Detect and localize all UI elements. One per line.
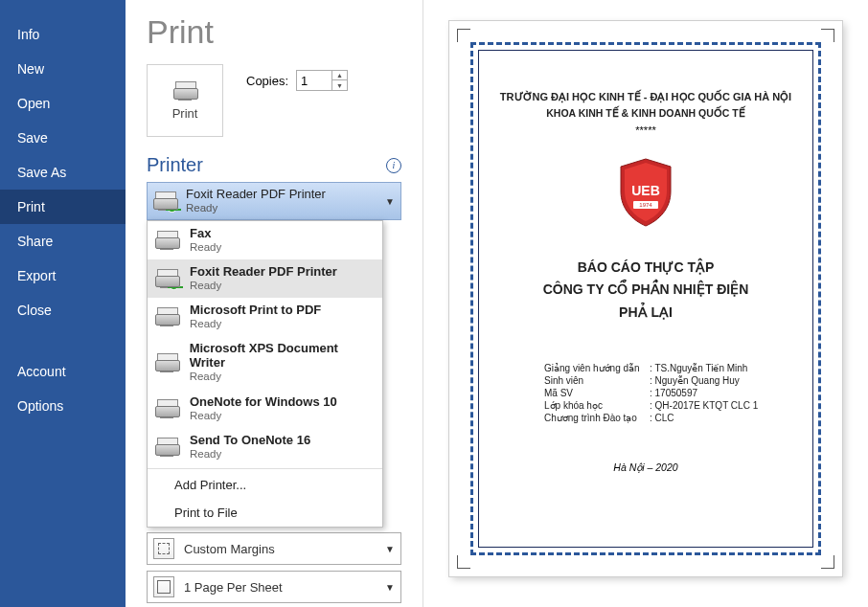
copies-down[interactable]: ▼ <box>332 80 347 90</box>
sidebar-item-save-as[interactable]: Save As <box>0 155 126 190</box>
copies-value[interactable]: 1 <box>297 74 331 88</box>
sidebar-item-info[interactable]: Info <box>0 17 126 52</box>
sidebar-item-print[interactable]: Print <box>0 190 126 224</box>
sidebar-item-open[interactable]: Open <box>0 86 126 121</box>
printer-option-onenote[interactable]: OneNote for Windows 10Ready <box>148 390 382 428</box>
doc-title-2: CÔNG TY CỔ PHẦN NHIỆT ĐIỆN <box>496 279 795 302</box>
printer-option-onenote16[interactable]: Send To OneNote 16Ready <box>148 428 382 466</box>
print-to-file-link[interactable]: Print to File <box>148 499 382 527</box>
printer-icon <box>155 399 178 418</box>
crop-mark <box>457 555 470 569</box>
chevron-down-icon: ▼ <box>385 544 395 554</box>
printer-icon <box>173 81 196 101</box>
margins-icon <box>153 538 174 559</box>
chevron-down-icon: ▼ <box>385 582 395 593</box>
printer-icon: ✓ <box>153 191 176 211</box>
printer-section-heading: Printer <box>147 154 203 176</box>
selected-printer-name: Foxit Reader PDF Printer <box>186 188 376 202</box>
printer-selector[interactable]: ✓ Foxit Reader PDF Printer Ready ▼ <box>147 182 401 220</box>
printer-option-mspdf[interactable]: Microsoft Print to PDFReady <box>148 298 382 336</box>
page-title: Print <box>147 13 401 51</box>
print-button-label: Print <box>172 106 198 121</box>
sidebar-item-account[interactable]: Account <box>0 354 126 389</box>
printer-icon <box>155 438 178 457</box>
sidebar-item-options[interactable]: Options <box>0 389 126 423</box>
print-panel: Print Print Copies: 1 ▲ ▼ <box>126 0 423 607</box>
preview-page: TRƯỜNG ĐẠI HỌC KINH TẾ - ĐẠI HỌC QUỐC GI… <box>449 21 842 576</box>
printer-option-fax[interactable]: FaxReady <box>148 221 382 259</box>
print-button[interactable]: Print <box>147 64 223 137</box>
sidebar-item-export[interactable]: Export <box>0 259 126 293</box>
sidebar-item-share[interactable]: Share <box>0 224 126 259</box>
fax-icon <box>155 231 178 250</box>
printer-option-foxit[interactable]: ✓ Foxit Reader PDF PrinterReady <box>148 259 382 298</box>
copies-label: Copies: <box>246 74 288 88</box>
printer-icon: ✓ <box>155 269 178 288</box>
margins-selector[interactable]: Custom Margins ▼ <box>147 532 401 565</box>
doc-school: TRƯỜNG ĐẠI HỌC KINH TẾ - ĐẠI HỌC QUỐC GI… <box>496 89 795 105</box>
doc-title-3: PHẢ LẠI <box>496 302 795 325</box>
sidebar-item-save[interactable]: Save <box>0 121 126 155</box>
doc-info-table: Giảng viên hướng dẫnTS.Nguyễn Tiến Minh … <box>544 363 795 423</box>
crop-mark <box>821 555 834 569</box>
copies-up[interactable]: ▲ <box>332 71 347 80</box>
svg-text:UEB: UEB <box>631 183 660 198</box>
backstage-sidebar: Info New Open Save Save As Print Share E… <box>0 0 126 607</box>
doc-title-1: BÁO CÁO THỰC TẬP <box>496 257 795 280</box>
crop-mark <box>821 29 834 42</box>
doc-footer: Hà Nội – 2020 <box>496 461 795 473</box>
printer-dropdown: FaxReady ✓ Foxit Reader PDF PrinterReady… <box>147 220 383 528</box>
separator <box>148 468 382 469</box>
sidebar-item-new[interactable]: New <box>0 52 126 86</box>
ueb-logo: UEB1974 <box>616 157 675 228</box>
copies-spinner[interactable]: 1 ▲ ▼ <box>296 70 348 91</box>
printer-icon <box>155 307 178 326</box>
pages-per-sheet-selector[interactable]: 1 Page Per Sheet ▼ <box>147 571 401 603</box>
chevron-down-icon: ▼ <box>385 196 395 207</box>
sidebar-item-close[interactable]: Close <box>0 293 126 327</box>
printer-icon <box>155 353 178 372</box>
crop-mark <box>457 29 470 42</box>
svg-text:1974: 1974 <box>639 202 652 208</box>
doc-faculty: KHOA KINH TẾ & KINH DOANH QUỐC TẾ <box>496 107 795 119</box>
printer-option-xps[interactable]: Microsoft XPS Document WriterReady <box>148 336 382 389</box>
add-printer-link[interactable]: Add Printer... <box>148 471 382 499</box>
printer-info-icon[interactable]: i <box>386 158 401 173</box>
sheet-icon <box>153 576 174 597</box>
print-preview: TRƯỜNG ĐẠI HỌC KINH TẾ - ĐẠI HỌC QUỐC GI… <box>423 0 868 607</box>
doc-stars: ***** <box>496 124 795 136</box>
selected-printer-status: Ready <box>186 202 376 214</box>
